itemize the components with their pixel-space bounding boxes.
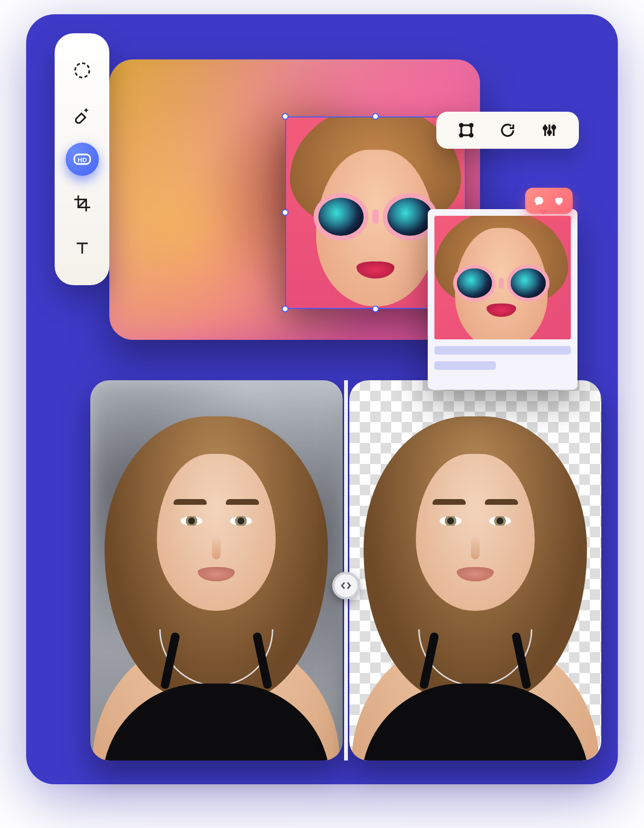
selection-handle-mt[interactable] xyxy=(372,113,379,120)
rotate-icon xyxy=(499,122,516,139)
enhance-tool[interactable]: HD xyxy=(66,143,99,176)
caption-placeholder-line xyxy=(434,361,496,370)
comparison-divider[interactable] xyxy=(344,380,348,761)
svg-point-5 xyxy=(470,124,472,127)
selection-handle-ml[interactable] xyxy=(282,209,288,216)
selection-handle-mb[interactable] xyxy=(372,306,379,312)
bounding-box-tool[interactable] xyxy=(454,118,478,142)
sliders-icon xyxy=(541,122,558,139)
adjust-tool[interactable] xyxy=(538,118,561,142)
editor-stage: HD xyxy=(26,14,618,784)
selection-handle-tl[interactable] xyxy=(282,113,288,120)
text-icon xyxy=(73,239,92,258)
text-tool[interactable] xyxy=(66,231,99,265)
social-preview-card xyxy=(428,209,577,390)
left-toolbar: HD xyxy=(55,33,109,285)
after-pane xyxy=(349,380,602,761)
rotate-tool[interactable] xyxy=(496,118,519,142)
caption-placeholder-line xyxy=(434,346,571,355)
eraser-tool[interactable] xyxy=(66,98,99,132)
hd-badge-icon: HD xyxy=(73,150,92,169)
comment-icon xyxy=(533,195,545,207)
right-toolbar xyxy=(436,112,579,149)
drag-horizontal-icon xyxy=(340,579,352,592)
reaction-bubble xyxy=(525,188,573,214)
before-after-comparison xyxy=(90,380,601,761)
before-pane xyxy=(90,380,343,761)
svg-point-10 xyxy=(552,126,555,129)
select-tool[interactable] xyxy=(66,54,99,87)
svg-text:HD: HD xyxy=(77,156,87,164)
svg-point-7 xyxy=(470,134,472,137)
selection-handle-bl[interactable] xyxy=(282,306,288,312)
subject-portrait xyxy=(90,380,343,761)
svg-point-8 xyxy=(543,126,547,130)
svg-point-4 xyxy=(460,124,462,127)
comparison-slider-handle[interactable] xyxy=(332,572,360,599)
bounding-box-icon xyxy=(458,122,475,139)
subject-portrait-no-bg xyxy=(349,380,602,761)
social-preview-thumbnail xyxy=(434,216,571,339)
crop-tool[interactable] xyxy=(66,187,99,220)
eraser-sparkle-icon xyxy=(73,106,92,125)
svg-point-9 xyxy=(548,131,551,134)
main-canvas[interactable] xyxy=(109,59,480,340)
heart-icon xyxy=(553,195,565,207)
crop-icon xyxy=(73,194,92,213)
dashed-circle-icon xyxy=(73,61,92,80)
svg-point-0 xyxy=(75,63,89,77)
svg-point-6 xyxy=(460,134,462,137)
